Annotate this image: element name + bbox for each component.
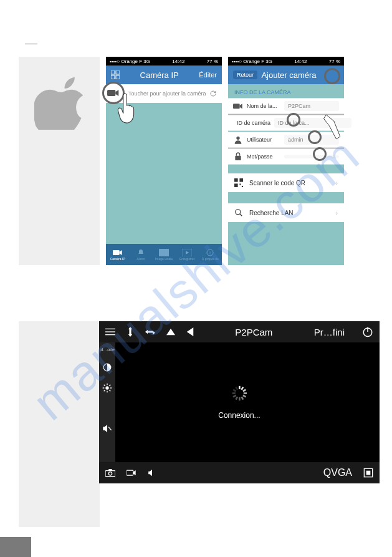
- svg-rect-18: [239, 178, 243, 182]
- mode-label[interactable]: pl…ode: [100, 347, 115, 352]
- player-title: P2PCam: [205, 327, 303, 337]
- svg-rect-49: [232, 392, 235, 394]
- fullscreen-icon[interactable]: [363, 468, 373, 478]
- status-bar: ••••○ Orange F 3G 14:42 77 %: [228, 57, 344, 65]
- annotation-circle: [313, 147, 327, 161]
- video-player: P2PCam Pr…fini pl…ode Connexion...: [99, 321, 380, 483]
- arrow-horizontal-icon[interactable]: [145, 328, 155, 336]
- svg-rect-44: [242, 395, 246, 398]
- annotation-circle: [308, 130, 322, 144]
- svg-rect-21: [242, 186, 243, 187]
- svg-line-36: [109, 390, 110, 391]
- snapshot-icon[interactable]: [105, 468, 115, 477]
- record-icon[interactable]: [127, 469, 136, 477]
- svg-rect-50: [232, 389, 236, 392]
- svg-rect-48: [232, 395, 236, 398]
- screenshot-camera-list: ••••○ Orange F 3G 14:42 77 % Caméra IP É…: [106, 57, 222, 265]
- sidebar-spacer: [19, 321, 99, 483]
- quality-label[interactable]: QVGA: [323, 467, 352, 478]
- name-label: Nom de la...: [247, 103, 284, 109]
- player-bottom-bar: QVGA: [99, 462, 380, 483]
- svg-line-35: [104, 385, 105, 386]
- speaker-off-icon[interactable]: [102, 424, 112, 433]
- page-footer-block: [0, 537, 31, 557]
- contrast-icon[interactable]: [103, 363, 112, 372]
- svg-point-53: [108, 472, 112, 475]
- svg-rect-19: [234, 183, 238, 187]
- svg-rect-45: [241, 396, 244, 400]
- svg-rect-42: [242, 389, 246, 392]
- search-icon: [234, 208, 243, 217]
- header-title: Caméra IP: [120, 70, 199, 80]
- svg-line-23: [240, 214, 242, 216]
- grid-icon[interactable]: [111, 70, 120, 79]
- lan-search-row[interactable]: Recherche LAN ›: [228, 203, 344, 222]
- apple-logo-icon: [34, 74, 84, 130]
- annotation-circle: [287, 113, 300, 127]
- triangle-left-icon[interactable]: [186, 327, 194, 336]
- svg-rect-41: [241, 387, 244, 390]
- night-icon[interactable]: [103, 404, 112, 413]
- user-label: Utilisateur: [247, 137, 284, 143]
- section-heading: INFO DE LA CAMÉRA: [228, 84, 344, 98]
- player-side-toolbar: pl…ode: [99, 342, 115, 462]
- camcorder-icon: [233, 103, 243, 110]
- tab-alarm[interactable]: Alarm: [129, 244, 152, 265]
- svg-rect-43: [243, 392, 246, 394]
- name-value[interactable]: P2PCam: [284, 101, 339, 111]
- svg-point-22: [236, 210, 241, 215]
- refresh-icon[interactable]: [209, 90, 217, 97]
- speaker-icon[interactable]: [148, 468, 156, 477]
- sidebar-spacer: [19, 483, 100, 527]
- chevron-right-icon: ›: [336, 210, 338, 216]
- password-value[interactable]: [284, 155, 339, 158]
- svg-rect-5: [113, 250, 120, 255]
- arrow-vertical-icon[interactable]: [127, 327, 134, 337]
- sidebar-spacer: [19, 147, 100, 265]
- row-password[interactable]: Mot/passe: [228, 148, 344, 165]
- svg-rect-20: [239, 183, 241, 185]
- finger-pointer-icon: [117, 93, 135, 124]
- tab-camera[interactable]: Caméra IP: [106, 244, 129, 265]
- svg-rect-4: [107, 90, 115, 96]
- status-bar: ••••○ Orange F 3G 14:42 77 %: [106, 57, 222, 65]
- svg-line-39: [108, 427, 112, 430]
- battery-text: 77 %: [207, 59, 218, 64]
- tab-local-image[interactable]: Image locale: [152, 244, 175, 265]
- section-rule: [25, 44, 37, 44]
- tab-about[interactable]: iÀ propos de: [199, 244, 222, 265]
- carrier-text: ••••○ Orange F 3G: [232, 59, 272, 64]
- platform-panel-apple: [19, 57, 100, 147]
- svg-rect-51: [235, 387, 238, 390]
- svg-line-37: [104, 390, 105, 391]
- spinner-icon: [231, 385, 247, 402]
- connection-status: Connexion...: [218, 411, 260, 420]
- id-label: ID de caméra: [237, 120, 274, 126]
- player-preset-label[interactable]: Pr…fini: [314, 327, 345, 337]
- brightness-icon[interactable]: [102, 383, 112, 393]
- triangle-up-icon[interactable]: [166, 327, 175, 336]
- menu-icon[interactable]: [105, 328, 115, 336]
- battery-text: 77 %: [329, 59, 340, 64]
- user-icon: [233, 135, 243, 145]
- player-status-area: Connexion...: [218, 385, 260, 420]
- svg-text:i: i: [210, 250, 211, 254]
- svg-rect-16: [235, 156, 241, 160]
- scan-qr-row[interactable]: Scanner le code QR ›: [228, 173, 344, 192]
- annotation-circle: [324, 68, 340, 84]
- power-icon[interactable]: [362, 326, 373, 337]
- svg-rect-40: [239, 386, 241, 389]
- back-button[interactable]: Retour: [233, 70, 257, 79]
- qr-icon: [234, 178, 243, 187]
- password-label: Mot/passe: [247, 153, 284, 160]
- add-camera-text: Toucher pour ajouter la caméra: [128, 90, 206, 97]
- clock-text: 14:42: [172, 59, 184, 64]
- svg-rect-47: [235, 396, 238, 400]
- svg-rect-54: [108, 469, 112, 471]
- scan-qr-label: Scanner le code QR: [249, 180, 305, 186]
- carrier-text: ••••○ Orange F 3G: [110, 59, 150, 64]
- tab-record[interactable]: Enregistrer: [176, 244, 199, 265]
- svg-rect-46: [239, 397, 241, 400]
- lan-search-label: Recherche LAN: [249, 210, 294, 216]
- edit-button[interactable]: Éditer: [199, 71, 217, 79]
